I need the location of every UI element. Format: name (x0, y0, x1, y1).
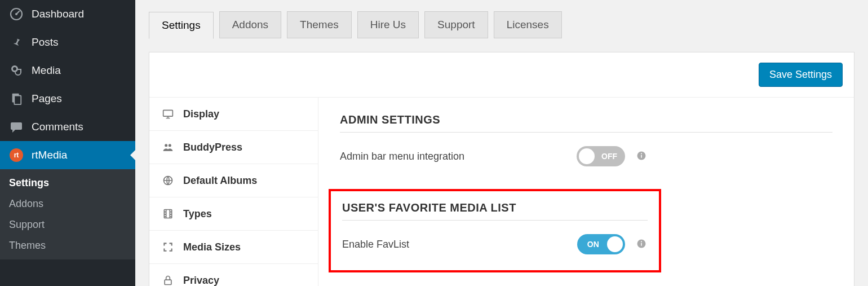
settings-nav: Display BuddyPress Default Albums (149, 98, 318, 286)
submenu-support[interactable]: Support (0, 214, 135, 235)
section-title: ADMIN SETTINGS (340, 113, 832, 133)
globe-icon (162, 174, 174, 187)
sidebar-label: Pages (32, 93, 62, 105)
panel-header: Save Settings (149, 52, 854, 98)
svg-point-6 (165, 144, 167, 147)
nav-label: Default Albums (183, 175, 257, 187)
row-label: Admin bar menu integration (340, 151, 565, 162)
nav-label: Types (183, 208, 212, 220)
nav-label: BuddyPress (183, 142, 242, 153)
admin-bar-row: Admin bar menu integration OFF (340, 146, 832, 166)
sidebar-label: Comments (32, 121, 83, 133)
save-settings-button[interactable]: Save Settings (759, 63, 843, 87)
settings-content: ADMIN SETTINGS Admin bar menu integratio… (318, 98, 854, 286)
svg-point-16 (641, 241, 642, 242)
rtmedia-icon: rt (9, 148, 24, 162)
admin-settings-section: ADMIN SETTINGS Admin bar menu integratio… (340, 113, 832, 166)
svg-rect-15 (641, 243, 642, 246)
nav-label: Display (183, 108, 219, 120)
panel-body: Display BuddyPress Default Albums (149, 98, 854, 286)
toggle-text: OFF (601, 152, 617, 161)
sidebar-item-dashboard[interactable]: Dashboard (0, 0, 135, 28)
sidebar-item-rtmedia[interactable]: rt rtMedia (0, 141, 135, 169)
lock-icon (162, 274, 174, 286)
nav-label: Media Sizes (183, 241, 241, 253)
nav-buddypress[interactable]: BuddyPress (149, 131, 318, 164)
pin-icon (9, 35, 24, 50)
sidebar-label: Posts (32, 36, 59, 49)
sidebar-item-comments[interactable]: Comments (0, 113, 135, 141)
sidebar-item-pages[interactable]: Pages (0, 85, 135, 113)
sidebar-item-posts[interactable]: Posts (0, 28, 135, 56)
info-icon[interactable] (636, 151, 648, 162)
info-icon[interactable] (636, 239, 648, 250)
nav-privacy[interactable]: Privacy (149, 264, 318, 286)
svg-rect-10 (165, 280, 171, 284)
submenu-themes[interactable]: Themes (0, 235, 135, 256)
sidebar-item-media[interactable]: Media (0, 56, 135, 85)
settings-panel: Save Settings Display BuddyPress (149, 52, 854, 286)
nav-types[interactable]: Types (149, 197, 318, 231)
sidebar-label: Dashboard (32, 8, 84, 20)
nav-default-albums[interactable]: Default Albums (149, 164, 318, 197)
tab-support[interactable]: Support (424, 11, 488, 38)
monitor-icon (162, 108, 174, 120)
submenu-settings[interactable]: Settings (0, 173, 135, 193)
svg-point-13 (641, 153, 642, 154)
favlist-toggle[interactable]: ON (577, 234, 625, 254)
favlist-highlight: USER'S FAVORITE MEDIA LIST Enable FavLis… (329, 189, 661, 272)
toggle-knob (607, 236, 623, 252)
film-icon (162, 208, 174, 220)
main-content: Settings Addons Themes Hire Us Support L… (135, 0, 868, 286)
group-icon (162, 141, 174, 153)
nav-media-sizes[interactable]: Media Sizes (149, 231, 318, 264)
tab-hireus[interactable]: Hire Us (357, 11, 419, 38)
sidebar-submenu: Settings Addons Support Themes (0, 169, 135, 259)
toggle-text: ON (587, 240, 599, 249)
tab-addons[interactable]: Addons (219, 11, 281, 38)
expand-icon (162, 241, 174, 253)
admin-bar-toggle[interactable]: OFF (577, 146, 625, 166)
admin-sidebar: Dashboard Posts Media Pages Comments rt … (0, 0, 135, 286)
svg-rect-12 (641, 155, 642, 158)
svg-point-7 (169, 144, 171, 147)
comments-icon (9, 120, 24, 134)
nav-label: Privacy (183, 275, 219, 287)
section-title: USER'S FAVORITE MEDIA LIST (342, 201, 648, 221)
pages-icon (9, 91, 24, 106)
submenu-addons[interactable]: Addons (0, 193, 135, 214)
svg-point-1 (15, 13, 17, 15)
tab-settings[interactable]: Settings (149, 12, 214, 39)
toggle-knob (579, 148, 595, 164)
media-icon (9, 63, 24, 78)
svg-rect-3 (14, 96, 21, 105)
tab-licenses[interactable]: Licenses (494, 11, 562, 38)
row-label: Enable FavList (342, 239, 566, 250)
sidebar-label: Media (32, 64, 61, 77)
enable-favlist-row: Enable FavList ON (342, 234, 648, 254)
sidebar-label: rtMedia (32, 149, 67, 161)
dashboard-icon (9, 7, 24, 21)
nav-display[interactable]: Display (149, 98, 318, 131)
svg-rect-5 (163, 110, 173, 116)
tabs: Settings Addons Themes Hire Us Support L… (149, 11, 854, 38)
tab-themes[interactable]: Themes (287, 11, 352, 38)
